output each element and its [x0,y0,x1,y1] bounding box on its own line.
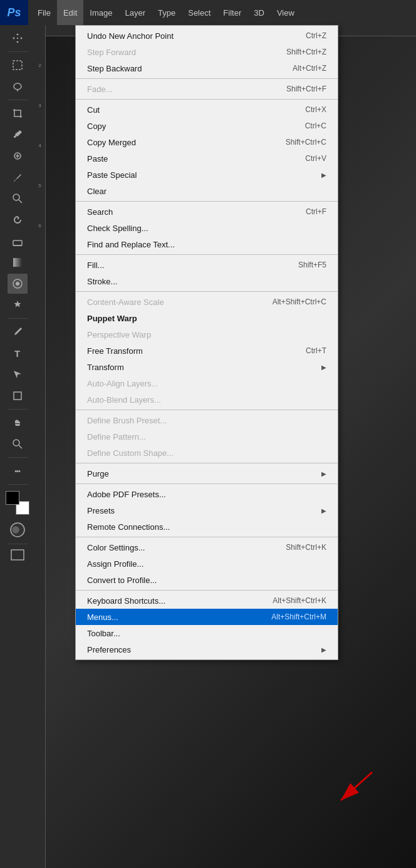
menu-type[interactable]: Type [152,0,182,25]
menu-filter[interactable]: Filter [217,0,247,25]
pattern-tool[interactable] [8,274,28,294]
foreground-color-swatch[interactable] [6,491,19,505]
edit-dropdown-menu: Undo New Anchor Point Ctrl+Z Step Forwar… [75,25,338,660]
menu-clear[interactable]: Clear [76,183,338,199]
heal-tool[interactable] [8,146,28,166]
menu-paste-special[interactable]: Paste Special ▶ [76,167,338,183]
menu-copy-merged[interactable]: Copy Merged Shift+Ctrl+C [76,134,338,150]
menu-transform[interactable]: Transform ▶ [76,359,338,375]
separator-10 [76,590,338,591]
crop-tool[interactable] [8,103,28,123]
rectangular-marquee-tool[interactable] [8,55,28,75]
svg-point-15 [13,527,19,533]
menu-define-brush[interactable]: Define Brush Preset... [76,412,338,428]
zoom-tool[interactable] [8,434,28,454]
menu-define-pattern[interactable]: Define Pattern... [76,428,338,445]
arrow-svg [328,769,378,807]
menu-check-spelling[interactable]: Check Spelling... [76,220,338,236]
eyedropper-tool[interactable] [8,125,28,145]
separator-3 [76,201,338,202]
menu-presets[interactable]: Presets ▶ [76,502,338,519]
more-tools[interactable]: ••• [8,461,28,481]
menu-auto-align-layers[interactable]: Auto-Align Layers... [76,375,338,391]
menu-step-backward[interactable]: Step Backward Alt+Ctrl+Z [76,60,338,76]
lasso-tool[interactable] [8,76,28,96]
menu-adobe-pdf-presets[interactable]: Adobe PDF Presets... [76,486,338,502]
type-tool[interactable]: T [8,343,28,363]
menu-layer[interactable]: Layer [119,0,152,25]
menu-auto-blend-layers[interactable]: Auto-Blend Layers... [76,391,338,408]
menu-remote-connections[interactable]: Remote Connections... [76,519,338,535]
svg-rect-11 [14,392,21,400]
screen-mode[interactable] [10,547,25,564]
color-swatches[interactable] [6,491,29,515]
svg-rect-0 [13,61,22,70]
separator-9 [76,537,338,537]
menu-color-settings[interactable]: Color Settings... Shift+Ctrl+K [76,539,338,555]
menu-fade[interactable]: Fade... Shift+Ctrl+F [76,81,338,97]
hand-tool[interactable] [8,413,28,433]
menu-search[interactable]: Search Ctrl+F [76,204,338,220]
left-toolbar: T ••• [0,25,34,868]
menu-content-aware-scale[interactable]: Content-Aware Scale Alt+Shift+Ctrl+C [76,294,338,310]
svg-point-10 [16,282,19,286]
path-select-tool[interactable] [8,364,28,385]
separator-6 [76,410,338,410]
separator-7 [76,463,338,463]
menu-bar: File Edit Image Layer Type Select Filter… [28,0,301,25]
menu-step-forward[interactable]: Step Forward Shift+Ctrl+Z [76,44,338,60]
separator-8 [76,483,338,484]
separator-2 [76,99,338,100]
menu-image[interactable]: Image [83,0,118,25]
ps-logo: Ps [0,0,28,25]
menu-menus[interactable]: Menus... Alt+Shift+Ctrl+M [76,609,338,625]
menu-find-replace[interactable]: Find and Replace Text... [76,236,338,252]
ruler-left: 2 3 4 5 6 [34,25,46,868]
top-bar: Ps File Edit Image Layer Type Select Fil… [0,0,416,25]
menu-toolbar[interactable]: Toolbar... [76,625,338,641]
svg-point-6 [13,194,19,200]
svg-rect-16 [11,550,24,560]
menu-perspective-warp[interactable]: Perspective Warp [76,326,338,343]
menu-view[interactable]: View [271,0,301,25]
menu-stroke[interactable]: Stroke... [76,273,338,289]
svg-line-13 [19,445,22,448]
svg-rect-7 [13,240,22,245]
separator-5 [76,291,338,292]
menu-puppet-warp[interactable]: Puppet Warp [76,310,338,326]
svg-rect-8 [13,258,22,267]
menu-undo[interactable]: Undo New Anchor Point Ctrl+Z [76,28,338,44]
menu-free-transform[interactable]: Free Transform Ctrl+T [76,343,338,359]
arrow-indicator [328,769,378,809]
menu-file[interactable]: File [31,0,57,25]
dodge-tool[interactable] [8,295,28,315]
separator-4 [76,254,338,255]
clone-stamp-tool[interactable] [8,189,28,209]
menu-purge[interactable]: Purge ▶ [76,465,338,482]
menu-copy[interactable]: Copy Ctrl+C [76,118,338,134]
menu-select[interactable]: Select [182,0,217,25]
menu-preferences[interactable]: Preferences ▶ [76,641,338,658]
menu-keyboard-shortcuts[interactable]: Keyboard Shortcuts... Alt+Shift+Ctrl+K [76,592,338,609]
svg-point-1 [14,83,21,90]
menu-3d[interactable]: 3D [247,0,271,25]
menu-assign-profile[interactable]: Assign Profile... [76,555,338,572]
brush-tool[interactable] [8,167,28,187]
menu-cut[interactable]: Cut Ctrl+X [76,101,338,118]
svg-point-12 [13,440,19,446]
move-tool[interactable] [8,28,28,48]
menu-paste[interactable]: Paste Ctrl+V [76,150,338,167]
menu-edit[interactable]: Edit [57,0,83,25]
menu-define-custom-shape[interactable]: Define Custom Shape... [76,445,338,461]
gradient-tool[interactable] [8,252,28,272]
quick-mask-tool[interactable] [9,521,26,540]
separator-1 [76,78,338,79]
menu-fill[interactable]: Fill... Shift+F5 [76,257,338,273]
eraser-tool[interactable] [8,231,28,251]
menu-convert-to-profile[interactable]: Convert to Profile... [76,572,338,588]
history-brush-tool[interactable] [8,210,28,230]
shape-tool[interactable] [8,386,28,406]
pen-tool[interactable] [8,322,28,342]
